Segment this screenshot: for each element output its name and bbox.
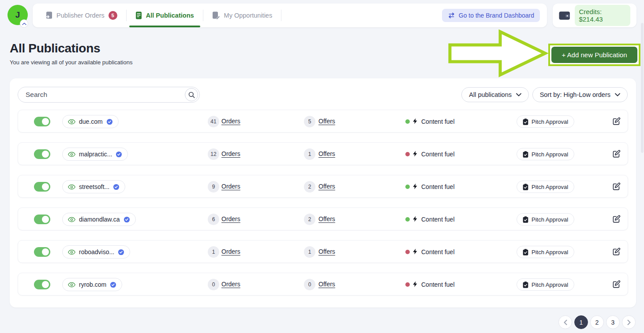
search-button[interactable] bbox=[185, 88, 198, 101]
go-to-brand-dashboard-button[interactable]: Go to the Brand Dashboard bbox=[442, 9, 540, 22]
lime-right-arrow-annotation bbox=[447, 28, 549, 78]
content-fuel-status-dot bbox=[405, 119, 410, 124]
toggle-knob bbox=[42, 151, 49, 158]
chevron-up-icon bbox=[22, 22, 26, 25]
pagination-next-button[interactable] bbox=[622, 315, 636, 329]
publication-enabled-toggle[interactable] bbox=[34, 149, 50, 159]
pagination-page-2[interactable]: 2 bbox=[590, 315, 604, 329]
edit-icon[interactable] bbox=[612, 280, 621, 289]
lightning-bolt-icon bbox=[412, 182, 419, 191]
orders-link[interactable]: Orders bbox=[221, 118, 240, 125]
add-new-publication-button[interactable]: + Add new Publication bbox=[551, 47, 637, 63]
pitch-approval-button[interactable]: Pitch Approval bbox=[517, 148, 574, 160]
publication-name-pill[interactable]: malpractic... bbox=[62, 148, 128, 161]
content-fuel-status-dot bbox=[405, 282, 410, 287]
publication-name-pill[interactable]: diamondlaw.ca bbox=[62, 213, 136, 226]
orders-link[interactable]: Orders bbox=[221, 150, 240, 157]
tab-all-publications[interactable]: All Publications bbox=[133, 4, 197, 27]
orders-link[interactable]: Orders bbox=[221, 215, 240, 222]
verified-badge-icon bbox=[118, 249, 124, 255]
pitch-approval-button[interactable]: Pitch Approval bbox=[517, 115, 574, 128]
pitch-approval-label: Pitch Approval bbox=[532, 249, 568, 255]
edit-icon[interactable] bbox=[612, 150, 621, 158]
toggle-knob bbox=[42, 118, 49, 125]
content-fuel-label: Content fuel bbox=[421, 183, 455, 190]
publication-enabled-toggle[interactable] bbox=[34, 247, 50, 257]
lightning-bolt-icon bbox=[412, 215, 419, 223]
eye-icon bbox=[68, 249, 75, 255]
offers-link[interactable]: Offers bbox=[318, 150, 335, 157]
publication-row: malpractic... 12 Orders 1 Offers Content… bbox=[18, 142, 628, 165]
toggle-knob bbox=[42, 183, 49, 190]
edit-icon[interactable] bbox=[612, 248, 621, 256]
content-fuel-status-dot bbox=[405, 152, 410, 156]
publication-enabled-toggle[interactable] bbox=[34, 215, 50, 224]
publications-filter-dropdown[interactable]: All publications bbox=[461, 87, 529, 102]
filter-value: All publications bbox=[469, 91, 512, 98]
tab-my-opportunities[interactable]: My Opportunities bbox=[210, 4, 275, 27]
offers-link[interactable]: Offers bbox=[318, 248, 335, 255]
publication-row: ryrob.com 0 Orders 0 Offers Content fuel… bbox=[18, 273, 628, 296]
offers-count-badge: 5 bbox=[304, 116, 315, 127]
chevron-right-icon bbox=[627, 320, 631, 325]
verified-badge-icon bbox=[124, 216, 130, 223]
pitch-approval-button[interactable]: Pitch Approval bbox=[517, 246, 574, 258]
publication-row: roboadviso... 1 Orders 1 Offers Content … bbox=[18, 240, 628, 263]
pagination-page-1[interactable]: 1 bbox=[574, 315, 588, 329]
credits-card[interactable]: Credits: $214.43 bbox=[553, 4, 637, 27]
orders-count-badge: 0 bbox=[208, 279, 219, 290]
page-scrollbar-thumb[interactable] bbox=[641, 23, 644, 153]
offers-link[interactable]: Offers bbox=[318, 215, 335, 222]
publication-name: malpractic... bbox=[79, 151, 112, 158]
avatar-expand-button[interactable] bbox=[20, 19, 28, 28]
sort-value: Sort by: High-Low orders bbox=[540, 91, 610, 98]
clipboard-check-icon bbox=[523, 216, 528, 223]
pagination: 1 2 3 bbox=[558, 315, 636, 329]
offers-link[interactable]: Offers bbox=[318, 281, 335, 288]
clipboard-check-icon bbox=[523, 249, 528, 255]
page-subtitle: You are viewing all of your available pu… bbox=[10, 59, 132, 66]
tab-publisher-orders[interactable]: Publisher Orders 5 bbox=[42, 4, 120, 27]
publication-enabled-toggle[interactable] bbox=[34, 117, 50, 126]
tab-divider bbox=[281, 10, 281, 21]
eye-icon bbox=[68, 217, 75, 222]
publication-enabled-toggle[interactable] bbox=[34, 280, 50, 289]
publication-name-pill[interactable]: streetsoft... bbox=[62, 180, 125, 193]
publication-name-pill[interactable]: ryrob.com bbox=[62, 278, 122, 291]
publication-row: due.com 41 Orders 5 Offers Content fuel … bbox=[18, 110, 628, 133]
content-fuel-label: Content fuel bbox=[421, 118, 455, 125]
publication-enabled-toggle[interactable] bbox=[34, 182, 50, 192]
pitch-approval-button[interactable]: Pitch Approval bbox=[517, 213, 574, 226]
pitch-approval-button[interactable]: Pitch Approval bbox=[517, 278, 574, 291]
offers-link[interactable]: Offers bbox=[318, 183, 335, 190]
orders-link[interactable]: Orders bbox=[221, 248, 240, 255]
publication-name: roboadviso... bbox=[79, 248, 114, 255]
search-bar bbox=[18, 87, 200, 103]
clipboard-check-icon bbox=[523, 184, 528, 190]
offers-link[interactable]: Offers bbox=[318, 118, 335, 125]
pagination-prev-button[interactable] bbox=[558, 315, 572, 329]
edit-icon[interactable] bbox=[612, 215, 621, 223]
orders-link[interactable]: Orders bbox=[221, 183, 240, 190]
pitch-approval-label: Pitch Approval bbox=[532, 151, 568, 158]
publication-name-pill[interactable]: roboadviso... bbox=[62, 245, 130, 259]
publication-name: diamondlaw.ca bbox=[79, 216, 120, 223]
magnifier-icon bbox=[188, 92, 195, 98]
sort-dropdown[interactable]: Sort by: High-Low orders bbox=[532, 87, 628, 102]
credits-amount: Credits: $214.43 bbox=[575, 5, 630, 26]
tab-divider bbox=[203, 10, 203, 21]
content-fuel-label: Content fuel bbox=[421, 281, 455, 288]
edit-icon[interactable] bbox=[612, 182, 621, 191]
content-fuel-label: Content fuel bbox=[421, 248, 455, 255]
top-tabs-bar: Publisher Orders 5 All Publications My O… bbox=[33, 4, 547, 27]
search-input[interactable] bbox=[26, 87, 176, 102]
toggle-knob bbox=[42, 216, 49, 223]
orders-count-badge: 12 bbox=[208, 148, 219, 160]
pagination-page-3[interactable]: 3 bbox=[606, 315, 620, 329]
tab-label: Publisher Orders bbox=[56, 12, 105, 19]
orders-link[interactable]: Orders bbox=[221, 281, 240, 288]
pitch-approval-button[interactable]: Pitch Approval bbox=[517, 181, 574, 193]
publication-name-pill[interactable]: due.com bbox=[62, 115, 119, 128]
pitch-approval-label: Pitch Approval bbox=[532, 118, 568, 125]
edit-icon[interactable] bbox=[612, 117, 621, 126]
